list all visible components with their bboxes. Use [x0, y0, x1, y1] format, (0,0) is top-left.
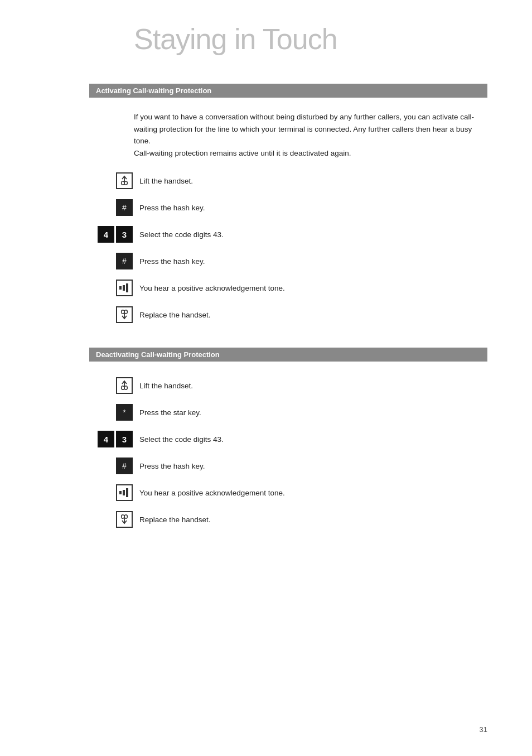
step3-text: Select the code digits 43.	[139, 230, 224, 239]
svg-rect-8	[126, 488, 128, 497]
step4-icon: #	[89, 253, 133, 269]
page: Staying in Touch Activating Call-waiting…	[0, 0, 532, 586]
handset-down-svg	[119, 309, 129, 321]
step1-text: Lift the handset.	[139, 177, 193, 185]
step-tone-1: You hear a positive acknowledgement tone…	[89, 277, 476, 298]
handset-down-svg-2	[119, 513, 129, 526]
s2-step3-icon: 4 3	[89, 431, 133, 447]
section2-steps: Lift the handset. * Press the star key. …	[89, 375, 476, 530]
s2-step2-text: Press the star key.	[139, 408, 201, 417]
svg-rect-3	[126, 283, 128, 292]
section1-description: If you want to have a conversation witho…	[134, 111, 476, 159]
step5-text: You hear a positive acknowledgement tone…	[139, 284, 285, 292]
step2-tone: You hear a positive acknowledgement tone…	[89, 482, 476, 503]
s2-step4-icon: #	[89, 458, 133, 474]
svg-rect-7	[123, 490, 125, 495]
star-icon: *	[116, 404, 133, 421]
tone-svg	[119, 283, 130, 293]
handset-down-icon	[116, 306, 133, 323]
section1-steps: Lift the handset. # Press the hash key. …	[89, 170, 476, 325]
hash-icon-2: #	[116, 253, 133, 269]
step2-digits43: 4 3 Select the code digits 43.	[89, 428, 476, 450]
handset-up-icon	[116, 172, 133, 189]
s2-step5-icon	[89, 484, 133, 501]
tone-svg-2	[119, 488, 130, 498]
step3-icon: 4 3	[89, 226, 133, 243]
step-hash1: # Press the hash key.	[89, 197, 476, 218]
svg-rect-2	[123, 285, 125, 291]
page-number: 31	[480, 725, 487, 734]
step2-hash: # Press the hash key.	[89, 455, 476, 476]
section2-header: Deactivating Call-waiting Protection	[89, 348, 487, 362]
step-lift-handset: Lift the handset.	[89, 170, 476, 191]
svg-rect-1	[119, 286, 122, 290]
section-activating: Activating Call-waiting Protection If yo…	[45, 84, 487, 325]
tone-icon-2	[116, 484, 133, 501]
step6-text: Replace the handset.	[139, 311, 211, 319]
handset-up-svg-2	[119, 379, 129, 392]
s2-step5-text: You hear a positive acknowledgement tone…	[139, 489, 285, 497]
s2-step2-icon: *	[89, 404, 133, 421]
step2-lift-handset: Lift the handset.	[89, 375, 476, 396]
digit-3-icon: 3	[116, 226, 133, 243]
step6-icon	[89, 306, 133, 323]
step2-replace-handset: Replace the handset.	[89, 509, 476, 530]
section-deactivating: Deactivating Call-waiting Protection Lif…	[45, 348, 487, 530]
s2-step1-icon	[89, 377, 133, 394]
digit-4-icon: 4	[98, 226, 114, 243]
s2-step3-text: Select the code digits 43.	[139, 435, 224, 444]
svg-rect-6	[119, 491, 122, 494]
step2-icon: #	[89, 199, 133, 216]
handset-up-icon-2	[116, 377, 133, 394]
section1-header: Activating Call-waiting Protection	[89, 84, 487, 98]
s2-step1-text: Lift the handset.	[139, 382, 193, 390]
step4-text: Press the hash key.	[139, 257, 205, 266]
s2-step6-text: Replace the handset.	[139, 516, 211, 524]
handset-up-svg	[119, 175, 129, 187]
hash-icon: #	[116, 199, 133, 216]
step1-icon	[89, 172, 133, 189]
digit-3-icon-2: 3	[116, 431, 133, 447]
handset-down-icon-2	[116, 511, 133, 528]
step2-text: Press the hash key.	[139, 204, 205, 212]
page-title: Staying in Touch	[45, 22, 487, 56]
tone-icon	[116, 280, 133, 296]
digit-4-icon-2: 4	[98, 431, 114, 447]
s2-step6-icon	[89, 511, 133, 528]
step5-icon	[89, 280, 133, 296]
hash-icon-3: #	[116, 458, 133, 474]
step-replace-handset-1: Replace the handset.	[89, 304, 476, 325]
s2-step4-text: Press the hash key.	[139, 462, 205, 470]
step-hash2: # Press the hash key.	[89, 251, 476, 272]
step2-star: * Press the star key.	[89, 402, 476, 423]
step-digits43-1: 4 3 Select the code digits 43.	[89, 224, 476, 245]
